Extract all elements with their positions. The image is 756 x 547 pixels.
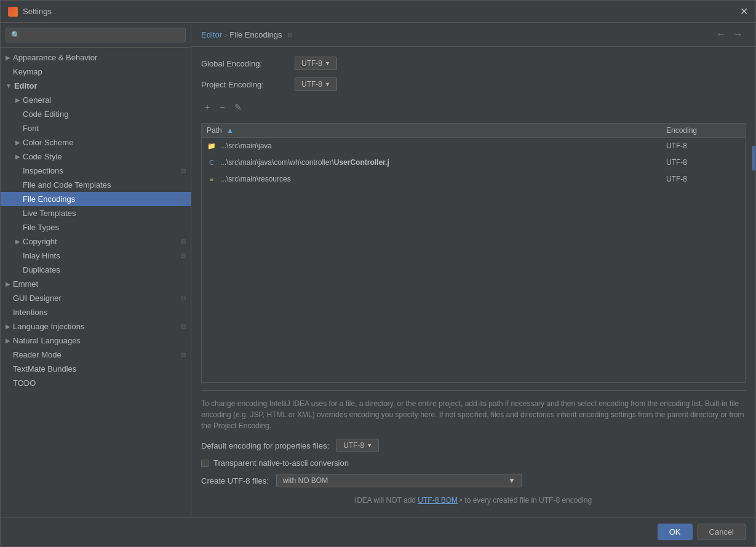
sidebar-item-gui-designer[interactable]: GUI Designer⊟	[1, 291, 191, 305]
sidebar-item-keymap[interactable]: Keymap	[1, 65, 191, 79]
badge-icon: ⊟	[181, 167, 186, 174]
sidebar-item-inspections[interactable]: Inspections⊟	[1, 164, 191, 178]
sidebar-item-label: General	[23, 95, 51, 105]
bom-info: IDEA will NOT add UTF-8 BOM↗ to every cr…	[201, 493, 746, 507]
title-bar: Settings ✕	[1, 1, 755, 23]
badge-icon: ⊟	[181, 252, 186, 259]
sidebar-item-label: Keymap	[13, 67, 42, 76]
info-text: To change encoding IntelliJ IDEA uses fo…	[201, 390, 746, 431]
add-button[interactable]: +	[201, 101, 213, 113]
app-icon	[8, 7, 18, 17]
dialog-title: Settings	[23, 7, 735, 16]
sidebar-item-general[interactable]: ▶ General	[1, 93, 191, 107]
sidebar-item-language-injections[interactable]: ▶ Language Injections⊟	[1, 319, 191, 333]
sidebar-item-appearance[interactable]: ▶ Appearance & Behavior	[1, 50, 191, 65]
sidebar-item-todo[interactable]: TODO	[1, 376, 191, 390]
table-body: 📁 ...\src\main\java UTF-8 C ...\src\main…	[202, 138, 745, 188]
panel-nav: ← →	[714, 28, 746, 41]
transparent-label: Transparent native-to-ascii conversion	[213, 458, 349, 468]
sidebar-item-label: Code Editing	[23, 110, 68, 119]
badge-icon: ⊟	[181, 351, 186, 358]
arrow-icon: ▶	[6, 54, 10, 61]
sidebar-item-emmet[interactable]: ▶ Emmet	[1, 277, 191, 291]
sidebar-item-font[interactable]: Font	[1, 121, 191, 135]
project-encoding-select[interactable]: UTF-8 ▼	[295, 78, 337, 91]
sidebar-item-file-encodings[interactable]: File Encodings⊟	[1, 192, 191, 206]
table-toolbar: + − ✎	[201, 98, 746, 116]
edit-button[interactable]: ✎	[231, 101, 245, 113]
remove-button[interactable]: −	[216, 101, 228, 113]
table-row[interactable]: ≡ ...\src\main\resources UTF-8	[202, 171, 745, 188]
sidebar-item-label: Font	[23, 124, 39, 133]
default-encoding-arrow: ▼	[367, 442, 372, 449]
breadcrumb-current: File Encodings	[229, 30, 282, 39]
table-header: Path ▲ Encoding	[202, 124, 745, 138]
encodings-table: Path ▲ Encoding 📁 ...\src\main\java UTF-…	[201, 123, 746, 383]
row-icon: C	[207, 158, 217, 167]
sidebar-item-label: TextMate Bundles	[13, 364, 76, 373]
sidebar-item-reader-mode[interactable]: Reader Mode⊟	[1, 348, 191, 362]
sidebar-item-label: Code Style	[23, 152, 62, 161]
create-utf8-row: Create UTF-8 files: with NO BOM ▼	[201, 474, 746, 487]
arrow-icon: ▶	[15, 153, 20, 160]
transparent-checkbox[interactable]	[201, 460, 209, 467]
bom-link[interactable]: UTF-8 BOM	[418, 496, 458, 505]
project-encoding-value: UTF-8	[301, 80, 322, 89]
global-encoding-select[interactable]: UTF-8 ▼	[295, 57, 337, 70]
sidebar-item-color-scheme[interactable]: ▶ Color Scheme	[1, 135, 191, 150]
global-encoding-row: Global Encoding: UTF-8 ▼	[201, 57, 746, 70]
sidebar-tree: ▶ Appearance & BehaviorKeymap▼ Editor▶ G…	[1, 48, 191, 517]
row-path: ...\src\main\java	[220, 142, 666, 150]
arrow-icon: ▶	[15, 238, 20, 245]
sidebar-item-label: Intentions	[13, 308, 47, 317]
sidebar-item-intentions[interactable]: Intentions	[1, 305, 191, 319]
sidebar-item-textmate-bundles[interactable]: TextMate Bundles	[1, 362, 191, 376]
badge-icon: ⊟	[181, 196, 186, 202]
sidebar-item-natural-languages[interactable]: ▶ Natural Languages	[1, 333, 191, 348]
sidebar-item-label: Language Injections	[13, 322, 84, 331]
create-utf8-select[interactable]: with NO BOM ▼	[276, 474, 522, 487]
nav-forward-button[interactable]: →	[731, 28, 746, 41]
right-panel: Editor › File Encodings ⊟ ← → Global Enc…	[191, 23, 755, 517]
sidebar-item-file-types[interactable]: File Types	[1, 220, 191, 234]
arrow-icon: ▶	[15, 97, 20, 103]
ok-button[interactable]: OK	[658, 524, 693, 540]
sidebar-item-label: Reader Mode	[13, 350, 62, 359]
sidebar-item-label: Editor	[14, 81, 38, 90]
default-encoding-select[interactable]: UTF-8 ▼	[336, 439, 379, 452]
panel-header: Editor › File Encodings ⊟ ← →	[191, 23, 755, 47]
sidebar-item-editor[interactable]: ▼ Editor	[1, 79, 191, 93]
arrow-icon: ▶	[6, 281, 10, 287]
arrow-icon: ▶	[6, 323, 10, 330]
sidebar-item-code-style[interactable]: ▶ Code Style	[1, 150, 191, 164]
row-icon: ≡	[207, 174, 217, 184]
sidebar-item-inlay-hints[interactable]: Inlay Hints⊟	[1, 249, 191, 263]
badge-icon: ⊟	[181, 295, 186, 301]
bottom-options: Default encoding for properties files: U…	[201, 439, 746, 507]
nav-back-button[interactable]: ←	[714, 28, 728, 41]
breadcrumb-parent[interactable]: Editor	[201, 30, 222, 39]
search-input[interactable]	[6, 28, 186, 42]
sidebar-item-code-editing[interactable]: Code Editing	[1, 107, 191, 121]
sidebar-item-label: Live Templates	[23, 209, 76, 218]
breadcrumb: Editor › File Encodings ⊟	[201, 30, 710, 39]
sidebar-item-file-code-templates[interactable]: File and Code Templates	[1, 178, 191, 192]
close-button[interactable]: ✕	[740, 6, 748, 17]
search-box	[1, 23, 191, 48]
sidebar: ▶ Appearance & BehaviorKeymap▼ Editor▶ G…	[1, 23, 191, 517]
sidebar-item-label: Natural Languages	[13, 336, 81, 345]
project-encoding-arrow: ▼	[325, 81, 330, 87]
project-encoding-row: Project Encoding: UTF-8 ▼	[201, 78, 746, 91]
sidebar-item-live-templates[interactable]: Live Templates	[1, 206, 191, 220]
global-encoding-label: Global Encoding:	[201, 59, 287, 68]
sidebar-item-duplicates[interactable]: Duplicates	[1, 263, 191, 277]
row-encoding: UTF-8	[666, 158, 740, 167]
dialog-footer: OK Cancel	[1, 517, 755, 546]
table-row[interactable]: 📁 ...\src\main\java UTF-8	[202, 138, 745, 154]
cancel-button[interactable]: Cancel	[698, 524, 746, 540]
table-row[interactable]: C ...\src\main\java\com\wh\controller\Us…	[202, 154, 745, 171]
transparent-row: Transparent native-to-ascii conversion	[201, 458, 746, 468]
sidebar-item-copyright[interactable]: ▶ Copyright⊟	[1, 234, 191, 249]
row-path: ...\src\main\resources	[220, 175, 666, 183]
project-encoding-label: Project Encoding:	[201, 80, 287, 89]
